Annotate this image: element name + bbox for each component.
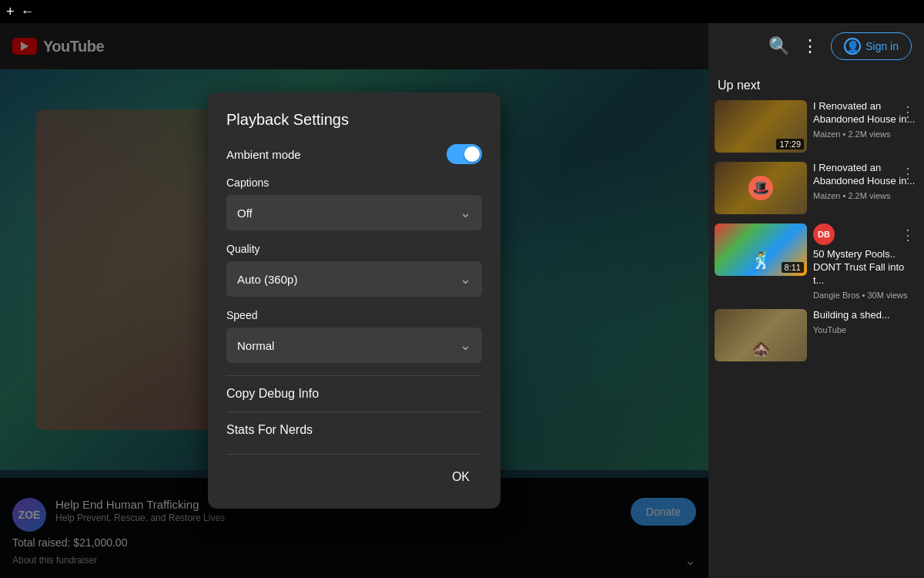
ambient-mode-toggle[interactable] [447,144,482,164]
nav-bar: + ← [0,0,924,23]
sidebar-video-4[interactable]: 🏚️ Building a shed... YouTube [715,309,918,361]
dialog-title: Playback Settings [226,111,482,129]
sign-in-button[interactable]: 👤 Sign in [831,32,912,60]
speed-dropdown[interactable]: Normal ⌄ [226,328,482,363]
copy-debug-info-button[interactable]: Copy Debug Info [226,375,482,412]
dialog-footer: OK [226,454,482,490]
quality-label: Quality [226,243,482,255]
stats-for-nerds-button[interactable]: Stats For Nerds [226,412,482,448]
back-button[interactable]: ← [21,4,35,20]
playback-settings-dialog: Playback Settings Ambient mode Captions … [208,92,500,509]
channel-avatar-3: DB [813,223,835,245]
sidebar-info-4: Building a shed... YouTube [813,309,918,361]
sidebar-title-3: 50 Mystery Pools.. DONT Trust Fall into … [813,248,918,287]
ok-button[interactable]: OK [440,464,482,490]
header-right: 🔍 ⋮ 👤 Sign in [768,32,912,60]
captions-chevron: ⌄ [460,204,471,221]
duration-1: 17:29 [776,139,804,150]
more-options-button[interactable]: ⋮ [802,36,819,56]
toggle-knob [464,146,480,162]
sidebar-video-1[interactable]: 17:29 I Renovated an Abandoned House in.… [715,100,918,153]
speed-label: Speed [226,309,482,321]
sidebar-thumb-2: 🎩 [715,162,807,214]
duration-3: 8:11 [782,262,804,273]
captions-value: Off [237,207,253,220]
quality-value: Auto (360p) [237,273,297,286]
ambient-mode-row: Ambient mode [226,144,482,164]
sidebar-thumb-4: 🏚️ [715,309,807,361]
account-icon: 👤 [844,38,861,55]
sidebar-more-btn-2[interactable]: ⋮ [898,162,918,185]
dialog-overlay: Playback Settings Ambient mode Captions … [0,23,708,578]
speed-chevron: ⌄ [460,337,471,354]
sidebar-more-btn-1[interactable]: ⋮ [898,100,918,123]
add-button[interactable]: + [6,4,15,20]
sidebar-title-4: Building a shed... [813,309,918,322]
up-next-label: Up next [715,79,918,92]
quality-chevron: ⌄ [460,271,471,287]
sidebar-meta-4: YouTube [813,325,918,334]
ambient-mode-label: Ambient mode [226,148,301,161]
sidebar-thumb-1: 17:29 [715,100,807,153]
sidebar-video-2[interactable]: 🎩 I Renovated an Abandoned House in... M… [715,162,918,214]
search-button[interactable]: 🔍 [768,36,789,56]
quality-dropdown[interactable]: Auto (360p) ⌄ [226,261,482,297]
captions-dropdown[interactable]: Off ⌄ [226,195,482,230]
sidebar-meta-3: Dangie Bros • 30M views [813,291,918,300]
sidebar-meta-1: Maizen • 2.2M views [813,129,918,139]
speed-value: Normal [237,339,274,352]
captions-label: Captions [226,176,482,189]
sidebar-video-3[interactable]: 🕺 8:11 DB 50 Mystery Pools.. DONT Trust … [715,223,918,300]
sidebar-thumb-3: 🕺 8:11 [715,223,807,276]
sidebar: Up next 17:29 I Renovated an Abandoned H… [708,69,924,578]
sidebar-meta-2: Maizen • 2.2M views [813,191,918,200]
sidebar-more-btn-3[interactable]: ⋮ [898,223,918,247]
